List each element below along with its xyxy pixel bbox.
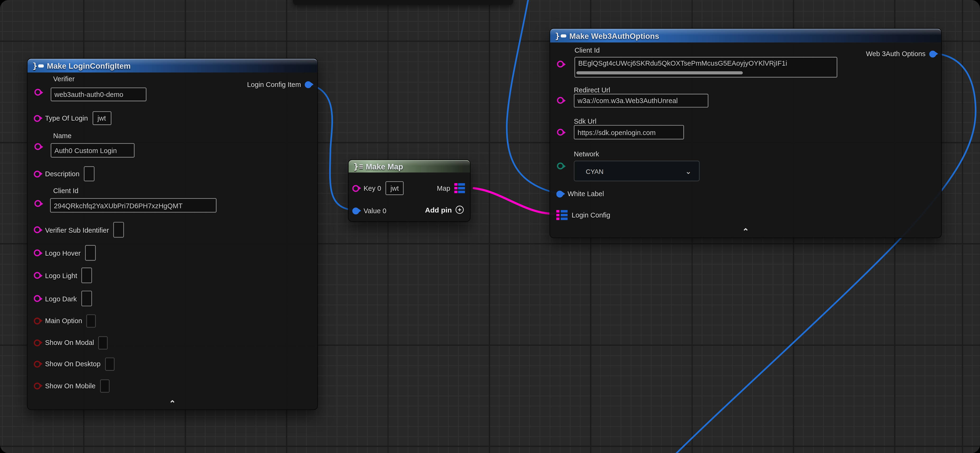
pin-label-type-of-login: Type Of Login — [45, 114, 88, 122]
output-pin-login-config-item[interactable] — [305, 81, 312, 88]
output-pin-label: Web 3Auth Options — [866, 50, 926, 57]
pin-logo-light[interactable] — [34, 272, 41, 279]
blueprint-canvas[interactable]: } Make LoginConfigItem Login Config Item… — [0, 0, 980, 453]
offscreen-node-partial — [293, 0, 513, 5]
pin-label-key-0: Key 0 — [364, 184, 381, 192]
checkbox-main-option[interactable] — [87, 314, 96, 327]
input-client-id[interactable]: 294QRkchfq2YaXUbPri7D6PH7xzHgQMT — [50, 198, 216, 212]
input-sdk-url[interactable]: https://sdk.openlogin.com — [574, 125, 684, 139]
pin-label-white-label: White Label — [568, 190, 604, 198]
output-pin-map[interactable] — [454, 183, 465, 193]
node-header-make-login-config-item[interactable]: } Make LoginConfigItem — [27, 59, 317, 73]
input-verifier[interactable]: web3auth-auth0-demo — [51, 87, 146, 101]
node-title: Make Web3AuthOptions — [570, 32, 659, 40]
network-dropdown[interactable]: CYAN ⌄ — [574, 161, 700, 181]
pin-label-main-option: Main Option — [45, 317, 82, 325]
pin-login-config[interactable] — [557, 210, 567, 220]
pin-label-show-on-modal: Show On Modal — [45, 339, 94, 346]
chevron-down-icon: ⌄ — [685, 166, 692, 175]
input-logo-light[interactable] — [81, 268, 92, 283]
pin-label-logo-hover: Logo Hover — [45, 249, 81, 257]
pin-client-id[interactable] — [557, 61, 564, 68]
pin-logo-dark[interactable] — [34, 295, 41, 302]
make-struct-icon: } — [555, 31, 566, 41]
pin-label-sdk-url: Sdk Url — [574, 117, 597, 125]
node-make-login-config-item[interactable]: } Make LoginConfigItem Login Config Item… — [27, 58, 318, 410]
collapse-node-button[interactable]: ⌃ — [169, 401, 176, 407]
pin-show-on-modal[interactable] — [34, 339, 41, 346]
pin-label-name: Name — [53, 132, 72, 139]
add-pin-plus-icon: + — [456, 206, 464, 214]
checkbox-show-on-desktop[interactable] — [105, 357, 114, 370]
pin-label-client-id: Client Id — [53, 187, 78, 195]
make-map-icon: }≡ — [354, 162, 363, 171]
pin-label-show-on-desktop: Show On Desktop — [45, 360, 100, 368]
checkbox-show-on-mobile[interactable] — [100, 379, 109, 392]
pin-name[interactable] — [34, 143, 41, 150]
pin-redirect-url[interactable] — [557, 97, 564, 104]
node-title: Make Map — [366, 162, 403, 171]
make-struct-icon: } — [32, 61, 44, 71]
input-type-of-login[interactable]: jwt — [92, 111, 111, 125]
add-pin-button[interactable]: Add pin + — [425, 206, 464, 214]
input-name[interactable]: Auth0 Custom Login — [51, 143, 135, 158]
pin-show-on-desktop[interactable] — [34, 360, 41, 367]
pin-sdk-url[interactable] — [557, 129, 564, 136]
blueprint-stage: } Make LoginConfigItem Login Config Item… — [0, 0, 980, 453]
pin-description[interactable] — [34, 170, 41, 177]
output-pin-web3auth-options[interactable] — [929, 50, 936, 57]
pin-label-verifier-sub-identifier: Verifier Sub Identifier — [45, 226, 109, 234]
node-title: Make LoginConfigItem — [47, 62, 131, 70]
input-verifier-sub-identifier[interactable] — [113, 222, 124, 238]
pin-label-verifier: Verifier — [53, 75, 75, 83]
pin-logo-hover[interactable] — [34, 249, 41, 257]
pin-verifier-sub-identifier[interactable] — [34, 226, 41, 233]
pin-label-login-config: Login Config — [571, 211, 610, 219]
collapse-node-button[interactable]: ⌃ — [742, 229, 749, 235]
pin-label-value-0: Value 0 — [364, 207, 387, 214]
input-key-0[interactable]: jwt — [386, 181, 404, 195]
pin-verifier[interactable] — [34, 89, 41, 96]
pin-white-label[interactable] — [557, 190, 563, 197]
pin-value-0[interactable] — [352, 207, 359, 214]
input-client-id[interactable]: BEglQSgt4cUWcj6SKRdu5QkOXTsePmMcusG5EAoy… — [574, 57, 837, 78]
pin-label-client-id: Client Id — [574, 46, 600, 54]
input-description[interactable] — [84, 166, 95, 181]
input-logo-dark[interactable] — [81, 291, 92, 306]
client-id-scrollbar[interactable] — [576, 71, 743, 74]
pin-label-description: Description — [45, 170, 80, 178]
pin-show-on-mobile[interactable] — [34, 382, 41, 389]
pin-client-id[interactable] — [34, 200, 41, 207]
pin-label-logo-light: Logo Light — [45, 271, 77, 279]
pin-label-logo-dark: Logo Dark — [45, 295, 77, 302]
node-make-web3auth-options[interactable]: } Make Web3AuthOptions Web 3Auth Options… — [549, 28, 942, 238]
pin-key-0[interactable] — [352, 185, 359, 192]
pin-label-redirect-url: Redirect Url — [574, 86, 610, 94]
wire-map-to-login-config[interactable] — [474, 188, 554, 214]
pin-main-option[interactable] — [34, 317, 41, 324]
checkbox-show-on-modal[interactable] — [99, 336, 108, 349]
node-make-map[interactable]: }≡ Make Map Key 0 jwt Map — [348, 160, 471, 222]
pin-label-network: Network — [574, 150, 599, 158]
node-header-make-map[interactable]: }≡ Make Map — [348, 160, 470, 173]
node-header-make-web3auth-options[interactable]: } Make Web3AuthOptions — [550, 29, 941, 43]
output-pin-label: Login Config Item — [247, 81, 301, 88]
pin-network[interactable] — [557, 163, 564, 169]
output-pin-label-map: Map — [437, 184, 450, 192]
pin-type-of-login[interactable] — [34, 115, 41, 122]
input-logo-hover[interactable] — [85, 245, 96, 261]
pin-label-show-on-mobile: Show On Mobile — [45, 382, 95, 390]
input-redirect-url[interactable]: w3a://com.w3a.Web3AuthUnreal — [574, 94, 708, 108]
